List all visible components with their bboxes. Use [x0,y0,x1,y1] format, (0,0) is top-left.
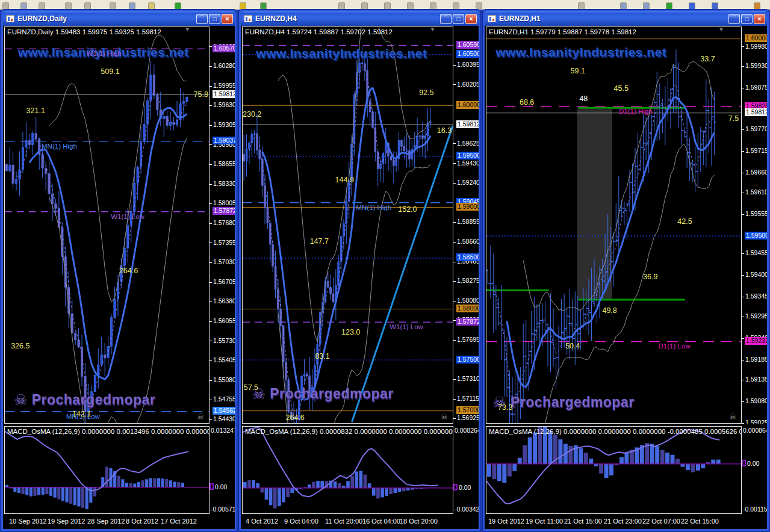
price-tick: 1.60280 [210,62,235,69]
draw-line-icon[interactable] [84,2,91,10]
indicators-icon[interactable] [578,2,585,10]
macd-plot-area[interactable]: MACD_OsMA (12,26,9) 0.0000832 0.0000000 … [242,426,453,514]
text-label-icon[interactable] [129,2,135,10]
new-chart-icon[interactable] [2,2,9,10]
candle-body [248,143,250,149]
macd-plot-area[interactable]: MACD_OsMA (12,26,9) 0.0000000 0.0000000 … [486,426,742,514]
candle-body [264,185,266,208]
price-tick: 1.58080 [453,297,479,304]
candle-body [396,159,397,165]
brand-watermark-text: Prochargedmopar [32,392,156,408]
minimize-all-icon[interactable] [712,2,718,10]
close-button[interactable]: × [754,14,765,24]
macd-histogram-bar [49,487,52,496]
window-titlebar[interactable]: EURNZD,H1 ‾ □ × [485,11,767,26]
crosshair-icon[interactable] [65,2,72,10]
time-axis[interactable]: 4 Oct 20129 Oct 04:0011 Oct 20:0016 Oct … [242,515,479,529]
trend-line[interactable] [352,126,453,422]
price-tag: 1.57872 [456,318,479,326]
time-axis[interactable]: 10 Sep 201219 Sep 201228 Sep 20128 Oct 2… [4,515,235,529]
macd-histogram-bar [308,484,311,488]
macd-histogram-bar [81,487,84,508]
last-bar-marker-icon: ▼ [430,26,436,32]
chart-profile-icon[interactable] [20,2,27,10]
maximize-button[interactable]: □ [209,14,220,24]
candle-body [411,149,413,159]
timeframe-d1-icon[interactable] [476,2,482,10]
macd-scale[interactable]: 0.0082640.00-0.00342 [453,426,479,514]
macd-plot-area[interactable]: MACD_OsMA (12,26,9) 0.0000000 0.0013496 … [4,426,210,514]
macd-histogram-bar [157,478,160,487]
candle-body [15,179,17,184]
macd-histogram-bar [701,464,705,468]
macd-histogram-bar [89,487,92,503]
price-tick: 1.59770 [742,125,767,132]
fibonacci-icon[interactable] [110,2,116,10]
zoom-in-icon[interactable] [148,2,155,10]
timeframe-m5-icon[interactable] [361,2,368,10]
tile-windows-icon[interactable] [620,2,627,10]
new-order-icon[interactable] [175,2,181,10]
macd-histogram-bar [37,487,40,495]
price-tick: 1.58275 [453,277,479,284]
window-titlebar[interactable]: EURNZD,H4 ‾ □ × [241,11,479,26]
price-tag: 1.57000 [456,406,479,414]
close-button[interactable]: × [465,14,477,24]
candle-body [253,134,255,135]
minimize-button[interactable]: ‾ [440,14,452,24]
macd-scale[interactable]: 0.0008640.00-0.00115 [742,426,767,514]
price-tag: 1.60570 [213,45,235,52]
price-plot-area[interactable]: www.InsanityIndustries.net ☠ Prochargedm… [242,26,453,424]
candle-body [403,147,405,151]
candle-body [74,333,76,340]
pip-annotation: 264.6 [286,413,305,422]
refresh-icon[interactable] [689,2,695,10]
price-plot-area[interactable]: www.InsanityIndustries.net ☠ Prochargedm… [4,26,210,424]
help-icon[interactable] [754,2,760,10]
minimize-button[interactable]: ‾ [196,14,208,24]
candle-body [380,164,382,169]
time-axis-label: 9 Oct 04:00 [284,518,318,525]
pip-annotation: 50.4 [565,342,580,350]
macd-histogram-bar [13,487,16,492]
price-plot-area[interactable]: www.InsanityIndustries.net ☠ Prochargedm… [486,26,742,424]
price-tick: 1.59715 [742,147,767,154]
cursor-icon[interactable] [39,2,45,10]
price-tick: 1.59555 [742,210,767,217]
macd-histogram-bar [29,487,33,496]
candle-body [246,149,247,161]
candle-body [259,150,261,159]
macd-histogram-bar [125,483,128,487]
macd-scale[interactable]: 0.0132470.00-0.00571 [210,426,235,514]
bollinger-upper [278,27,430,342]
macd-histogram-bar [153,478,156,487]
macd-histogram-bar [655,446,659,464]
add-indicator-icon[interactable] [666,2,672,10]
timeframe-h1-icon[interactable] [430,2,436,10]
timeframe-m30-icon[interactable] [407,2,414,10]
timeframe-m1-icon[interactable] [338,2,345,10]
arrow-down-icon[interactable] [240,2,246,10]
cascade-icon[interactable] [643,2,650,10]
time-axis-label: 19 Oct 2012 [488,518,524,525]
price-tick: 1.59625 [453,140,479,147]
time-axis-label: 11 Oct 20:00 [325,518,362,525]
time-axis[interactable]: 19 Oct 201219 Oct 11:0021 Oct 15:0021 Oc… [486,515,767,529]
timeframe-h4-icon[interactable] [453,2,459,10]
window-titlebar[interactable]: EURNZD,Daily ‾ □ × [3,11,235,26]
maximize-button[interactable]: □ [453,14,464,24]
maximize-button[interactable]: □ [741,14,753,24]
close-button[interactable]: × [222,14,233,24]
minimize-button[interactable]: ‾ [728,14,740,24]
timeframe-m15-icon[interactable] [384,2,391,10]
price-tick: 1.55080 [210,376,235,383]
autotrading-icon[interactable] [260,2,267,10]
candle-body [153,75,155,96]
price-scale[interactable]: 1.606051.602801.599551.596301.593051.589… [210,26,235,424]
price-scale[interactable]: 1.603951.602051.596251.594301.592401.588… [453,26,479,424]
time-axis-label: 18 Oct 20:00 [400,518,438,525]
macd-histogram-bar [355,471,358,487]
macd-signal-line [5,431,188,491]
price-scale[interactable]: 1.599801.599301.598751.597701.597151.596… [742,26,767,424]
macd-histogram-bar [278,488,281,506]
